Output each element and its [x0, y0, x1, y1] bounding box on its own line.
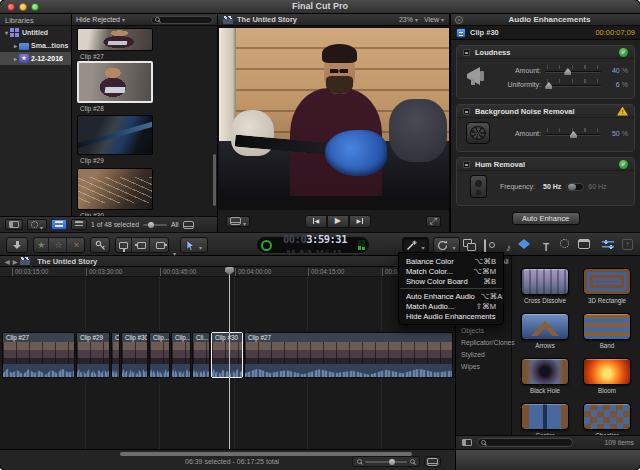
transition-thumbnail[interactable] — [521, 268, 569, 295]
import-media-button[interactable] — [6, 237, 28, 253]
transition-thumbnail[interactable] — [583, 358, 631, 385]
menu-item[interactable]: Show Color Board ⌘B — [399, 276, 503, 286]
connect-edit-button[interactable] — [116, 238, 132, 252]
transition-item[interactable]: Bloom — [579, 358, 635, 403]
disclosure-triangle-icon[interactable]: ▸ — [12, 55, 19, 62]
menu-item[interactable]: Match Color... ⌥⌘M — [399, 266, 503, 276]
timeline-body[interactable]: Clip #27 Clip #29 C... — [0, 277, 455, 449]
transition-category[interactable]: Stylized — [461, 351, 485, 358]
transition-thumbnail[interactable] — [521, 403, 569, 430]
timeline-zoom-control[interactable] — [352, 456, 420, 467]
noise-amount-slider[interactable] — [545, 128, 601, 138]
freq-60-option[interactable]: 60 Hz — [588, 183, 606, 190]
background-tasks-gauge[interactable] — [261, 240, 272, 251]
clip-appearance-button[interactable] — [424, 456, 441, 467]
uniformity-slider[interactable] — [545, 79, 601, 89]
view-dropdown[interactable]: View — [424, 16, 444, 23]
menu-item[interactable]: Hide Audio Enhancements — [399, 311, 503, 321]
toggle-categories-icon[interactable] — [462, 439, 472, 446]
playhead[interactable] — [229, 267, 230, 449]
menu-item[interactable]: Match Audio... ⇧⌘M — [399, 301, 503, 311]
transition-item[interactable]: 3D Rectangle — [579, 268, 635, 313]
timeline-back-button[interactable]: ◀ — [5, 258, 10, 265]
transition-category[interactable]: Objects — [461, 327, 484, 334]
timeline-clip[interactable]: C... — [111, 332, 120, 378]
reject-button[interactable]: × — [69, 238, 84, 252]
dashboard[interactable]: 00:03:59:31 HR MIN SEC FR — [256, 236, 370, 254]
hum-enable-checkbox[interactable] — [463, 161, 470, 168]
insert-edit-button[interactable] — [134, 238, 150, 252]
browser-clip[interactable]: Clip #29 — [77, 115, 155, 164]
share-button[interactable] — [622, 239, 633, 250]
frequency-toggle[interactable] — [566, 183, 584, 191]
library-tree-item[interactable]: ▾ Untitled — [0, 26, 71, 39]
generators-browser-button[interactable] — [560, 239, 569, 248]
zoom-in-icon[interactable] — [410, 459, 415, 464]
transition-item[interactable]: Arrows — [517, 313, 573, 358]
transition-thumbnail[interactable] — [583, 313, 631, 340]
timeline-clip[interactable]: Cli... — [192, 332, 210, 378]
list-view-button[interactable] — [71, 219, 87, 230]
loudness-enable-checkbox[interactable] — [463, 49, 470, 56]
toggle-sidebar-button[interactable] — [5, 219, 23, 230]
library-tree-item[interactable]: ▸ 2-12-2016 — [0, 52, 71, 65]
duration-slider[interactable] — [143, 224, 167, 226]
transition-thumbnail[interactable] — [521, 313, 569, 340]
browser-search-input[interactable] — [151, 16, 213, 24]
append-edit-button[interactable] — [152, 238, 168, 252]
freq-50-option[interactable]: 50 Hz — [543, 183, 561, 190]
timeline-forward-button[interactable]: ▶ — [13, 258, 18, 265]
themes-browser-button[interactable] — [578, 239, 590, 249]
filter-dropdown[interactable]: Hide Rejected — [76, 16, 125, 23]
amount-value[interactable]: 40 — [612, 67, 620, 74]
unrate-button[interactable]: ☆ — [51, 238, 66, 252]
amount-slider[interactable] — [545, 65, 601, 75]
audio-meters[interactable] — [358, 240, 365, 250]
clip-thumbnail[interactable] — [77, 61, 153, 103]
transition-thumbnail[interactable] — [583, 403, 631, 430]
next-frame-button[interactable]: ▶ — [349, 215, 371, 228]
fullscreen-button[interactable]: ⤢ — [426, 216, 441, 227]
timeline-clip[interactable]: Clip #30 — [211, 332, 243, 378]
timeline-clip[interactable]: Clip #29 — [76, 332, 110, 378]
clip-appearance-icon[interactable] — [183, 221, 194, 229]
previous-frame-button[interactable]: ◀ — [305, 215, 327, 228]
transition-category[interactable]: Replicator/Clones — [461, 339, 515, 346]
browser-scrollbar[interactable] — [213, 154, 216, 206]
transitions-search-input[interactable] — [477, 438, 573, 447]
favorite-button[interactable]: ★ — [34, 238, 49, 252]
music-browser-button[interactable] — [506, 237, 511, 255]
viewer-video[interactable] — [219, 28, 449, 196]
transition-item[interactable]: Band — [579, 313, 635, 358]
noise-enable-checkbox[interactable] — [463, 108, 470, 115]
timeline-clip[interactable]: Clip #30 — [121, 332, 148, 378]
zoom-out-icon[interactable] — [357, 459, 362, 464]
transition-category[interactable]: Wipes — [461, 363, 480, 370]
inspector-toggle-button[interactable] — [602, 239, 614, 249]
select-tool-button[interactable] — [180, 237, 208, 253]
browser-clip[interactable]: Clip #30 — [77, 168, 155, 219]
clip-thumbnail[interactable] — [77, 168, 153, 210]
transition-thumbnail[interactable] — [583, 268, 631, 295]
clip-thumbnail[interactable] — [77, 115, 153, 155]
play-button[interactable]: ▶ — [327, 215, 349, 228]
filmstrip-view-button[interactable] — [51, 219, 67, 230]
browser-clip[interactable]: Clip #28 — [77, 61, 155, 112]
noise-amount-value[interactable]: 50 — [612, 130, 620, 137]
auto-enhance-button[interactable]: Auto Enhance — [512, 212, 580, 225]
enhancements-button[interactable] — [402, 237, 429, 253]
viewer-options-button[interactable] — [226, 216, 250, 227]
menu-item[interactable]: Auto Enhance Audio ⌥⌘A — [399, 291, 503, 301]
browser-settings-button[interactable] — [27, 219, 47, 230]
timeline-clip[interactable]: Clip #27 — [2, 332, 75, 378]
uniformity-value[interactable]: 6 — [616, 81, 620, 88]
close-icon[interactable]: × — [455, 16, 463, 24]
transition-thumbnail[interactable] — [521, 358, 569, 385]
timeline-clip[interactable]: Clip #27 — [244, 332, 453, 378]
library-tree-item[interactable]: ▸ Sma...tions — [0, 39, 71, 52]
zoom-slider[interactable] — [365, 461, 407, 463]
timeline-clip[interactable]: Clip... — [149, 332, 170, 378]
disclosure-triangle-icon[interactable]: ▾ — [3, 29, 10, 36]
clip-thumbnail[interactable] — [77, 28, 153, 51]
transition-item[interactable]: Cross Dissolve — [517, 268, 573, 313]
